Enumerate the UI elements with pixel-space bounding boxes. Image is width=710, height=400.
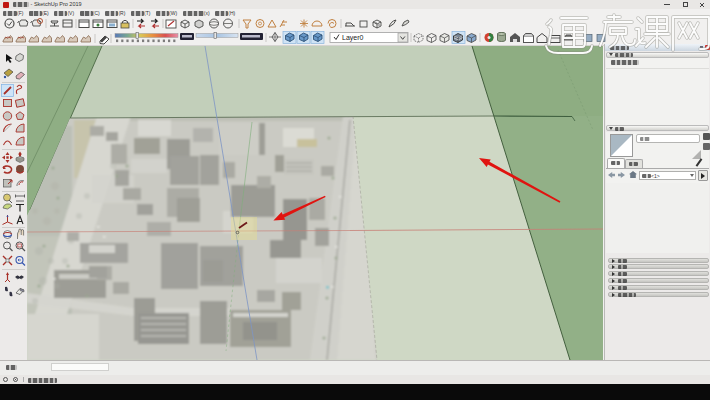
svg-text:Layer0: Layer0 bbox=[342, 34, 364, 42]
